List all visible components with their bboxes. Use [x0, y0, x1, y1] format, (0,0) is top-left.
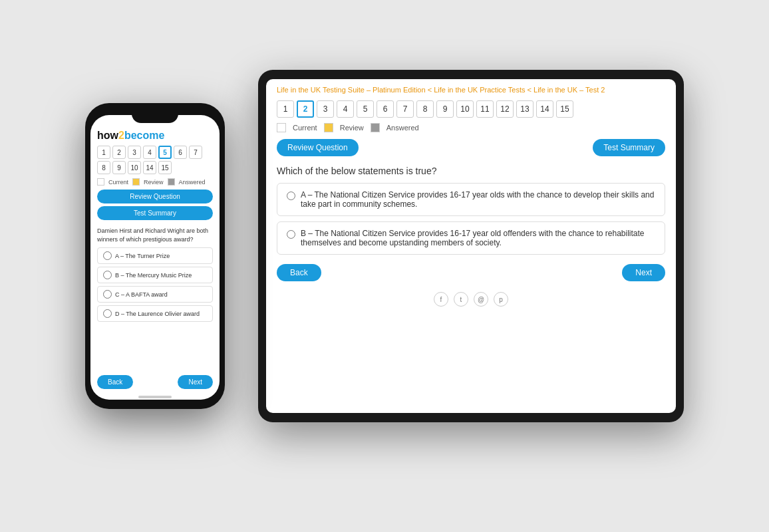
- review-legend-box: [324, 123, 333, 132]
- review-legend-label: Review: [340, 124, 364, 132]
- phone-review-box: [132, 178, 140, 186]
- tablet-screen: Life in the UK Testing Suite – Platinum …: [266, 79, 676, 413]
- question-text: Which of the below statements is true?: [266, 160, 676, 180]
- phone-option-b-radio[interactable]: [103, 271, 112, 279]
- current-legend-box: [277, 123, 286, 132]
- phone-q-num-3[interactable]: 3: [128, 146, 141, 159]
- option-b-radio[interactable]: [287, 230, 295, 239]
- phone-back-button[interactable]: Back: [97, 375, 133, 389]
- option-a[interactable]: A – The National Citizen Service provide…: [277, 183, 665, 216]
- test-summary-button[interactable]: Test Summary: [593, 139, 665, 156]
- phone-screen: how2become 1 2 3 4 5 6 7 8 9 10 14 15 Cu…: [90, 115, 220, 400]
- phone-nav-btns: Back Next: [90, 371, 220, 393]
- q-num-10[interactable]: 10: [456, 100, 474, 118]
- home-indicator: [90, 393, 220, 400]
- q-num-13[interactable]: 13: [516, 100, 534, 118]
- phone-notch: [132, 110, 178, 123]
- back-button[interactable]: Back: [277, 264, 321, 281]
- toolbar: Review Question Test Summary: [266, 135, 676, 160]
- phone-question-text: Damien Hirst and Richard Wright are both…: [90, 223, 220, 246]
- phone-device: how2become 1 2 3 4 5 6 7 8 9 10 14 15 Cu…: [85, 103, 225, 409]
- q-num-3[interactable]: 3: [317, 100, 334, 118]
- phone-q-num-8[interactable]: 8: [97, 161, 110, 174]
- option-b[interactable]: B – The National Citizen Service provide…: [277, 221, 665, 255]
- facebook-icon[interactable]: f: [434, 292, 448, 307]
- phone-option-b[interactable]: B – The Mercury Music Prize: [97, 267, 213, 283]
- phone-q-num-5[interactable]: 5: [158, 146, 172, 159]
- phone-option-d[interactable]: D – The Laurence Olivier award: [97, 305, 213, 322]
- q-num-6[interactable]: 6: [377, 100, 394, 118]
- phone-q-num-6[interactable]: 6: [174, 146, 187, 159]
- phone-question-nav: 1 2 3 4 5 6 7 8 9 10 14 15: [90, 143, 220, 177]
- phone-summary-button[interactable]: Test Summary: [97, 206, 213, 220]
- q-num-7[interactable]: 7: [396, 100, 414, 118]
- phone-current-box: [97, 178, 104, 186]
- question-nav: 1 2 3 4 5 6 7 8 9 10 11 12 13 14 15: [266, 98, 676, 120]
- q-num-11[interactable]: 11: [476, 100, 494, 118]
- phone-option-d-radio[interactable]: [103, 309, 112, 318]
- twitter-icon[interactable]: t: [454, 292, 468, 307]
- phone-option-a[interactable]: A – The Turner Prize: [97, 247, 213, 264]
- phone-q-num-1[interactable]: 1: [97, 146, 110, 159]
- q-num-9[interactable]: 9: [436, 100, 454, 118]
- pinterest-icon[interactable]: p: [494, 292, 508, 307]
- breadcrumb: Life in the UK Testing Suite – Platinum …: [266, 79, 676, 98]
- phone-answered-box: [168, 178, 175, 186]
- next-button[interactable]: Next: [622, 264, 665, 281]
- q-num-15[interactable]: 15: [556, 100, 573, 118]
- phone-answer-options: A – The Turner Prize B – The Mercury Mus…: [90, 246, 220, 323]
- phone-toolbar-btns: Review Question Test Summary: [90, 187, 220, 223]
- q-num-5[interactable]: 5: [357, 100, 374, 118]
- q-num-2[interactable]: 2: [297, 100, 314, 118]
- navigation-buttons: Back Next: [266, 257, 676, 288]
- email-icon[interactable]: @: [474, 292, 488, 307]
- q-num-1[interactable]: 1: [277, 100, 294, 118]
- phone-q-num-7[interactable]: 7: [189, 146, 202, 159]
- phone-q-num-2[interactable]: 2: [112, 146, 126, 159]
- phone-option-c-radio[interactable]: [103, 290, 112, 299]
- home-bar: [138, 396, 172, 398]
- answered-legend-box: [371, 123, 380, 132]
- footer-social: f t @ p: [266, 288, 676, 311]
- phone-q-num-14[interactable]: 14: [143, 161, 156, 174]
- phone-legend: Current Review Answered: [90, 177, 220, 187]
- q-num-12[interactable]: 12: [496, 100, 514, 118]
- phone-option-c[interactable]: C – A BAFTA award: [97, 286, 213, 303]
- review-question-button[interactable]: Review Question: [277, 139, 359, 156]
- answer-options: A – The National Citizen Service provide…: [266, 180, 676, 257]
- phone-q-num-10[interactable]: 10: [128, 161, 141, 174]
- phone-review-button[interactable]: Review Question: [97, 190, 213, 203]
- q-num-8[interactable]: 8: [416, 100, 434, 118]
- phone-option-a-radio[interactable]: [103, 251, 112, 260]
- phone-q-num-9[interactable]: 9: [112, 161, 126, 174]
- phone-q-num-15[interactable]: 15: [158, 161, 172, 174]
- phone-next-button[interactable]: Next: [178, 375, 213, 389]
- q-num-14[interactable]: 14: [536, 100, 553, 118]
- q-num-4[interactable]: 4: [337, 100, 354, 118]
- legend: Current Review Answered: [266, 120, 676, 135]
- phone-logo: how2become: [90, 126, 220, 143]
- tablet-device: Life in the UK Testing Suite – Platinum …: [258, 70, 684, 422]
- answered-legend-label: Answered: [386, 124, 419, 132]
- option-a-radio[interactable]: [287, 192, 295, 200]
- phone-q-num-4[interactable]: 4: [143, 146, 156, 159]
- current-legend-label: Current: [293, 124, 317, 132]
